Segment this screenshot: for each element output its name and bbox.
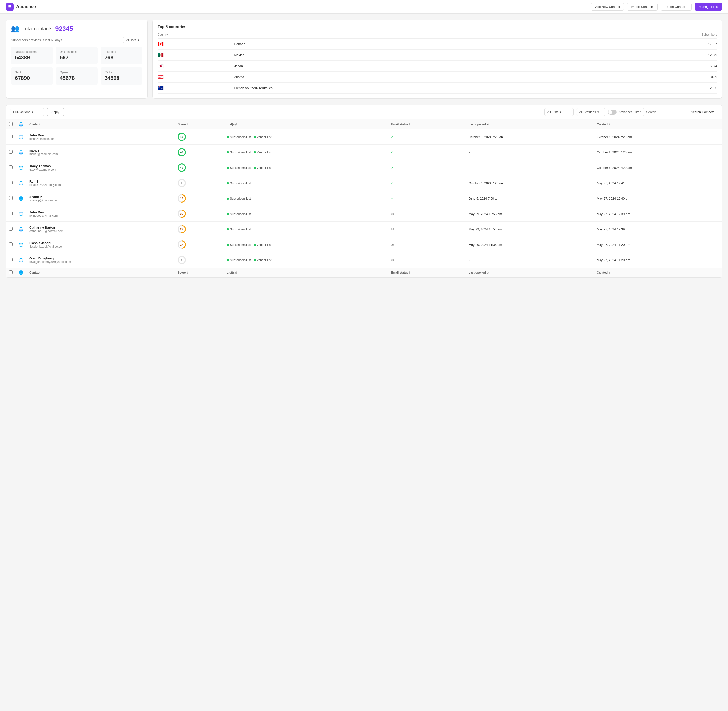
- row-checkbox[interactable]: [9, 227, 13, 231]
- list-dot-icon: [253, 136, 255, 138]
- row-contact-cell[interactable]: Catharine Barton catharine59@hotmail.com: [27, 221, 175, 237]
- search-contacts-button[interactable]: Search Contacts: [687, 109, 718, 115]
- footer-lists-info: ℹ: [236, 271, 237, 274]
- stat-card: Sent67890: [11, 67, 53, 85]
- row-last-opened-cell: May 29, 2024 11:35 am: [466, 237, 594, 252]
- all-statuses-filter[interactable]: All Statuses ▾: [576, 108, 606, 116]
- stat-card-value: 34598: [105, 75, 139, 81]
- row-contact-cell[interactable]: Ron S rosafi5740@crodity.com: [27, 176, 175, 191]
- score-circle: 2.4: [178, 240, 186, 249]
- stat-card: New subscribers54389: [11, 47, 53, 64]
- row-lists-cell: Subscribers List Vendor List: [224, 237, 388, 252]
- contacts-table-wrap: 🌐 Contact Scoreℹ List(s)ℹ Email statusℹ …: [6, 119, 722, 277]
- row-score-cell: 0: [175, 176, 224, 191]
- created-value: October 8, 2024 7:20 am: [597, 150, 632, 154]
- row-checkbox[interactable]: [9, 212, 13, 215]
- all-lists-filter[interactable]: All Lists ▾: [544, 108, 573, 116]
- row-checkbox[interactable]: [9, 242, 13, 246]
- row-checkbox-cell: [6, 237, 16, 252]
- score-value: 2.7: [178, 211, 185, 217]
- contact-name: Shane P: [29, 195, 172, 199]
- stat-card-label: New subscribers: [15, 50, 49, 53]
- contact-email: tracy@example.com: [29, 168, 172, 171]
- bulk-actions-dropdown[interactable]: Bulk actions ▾: [10, 108, 44, 116]
- score-circle: 0: [178, 256, 186, 264]
- row-contact-cell[interactable]: Flossie Jacobi flossie_jacobi@yahoo.com: [27, 237, 175, 252]
- total-contacts-row: 👥 Total contacts 92345: [11, 25, 142, 33]
- row-email-status-cell: ✉: [388, 221, 466, 237]
- row-checkbox[interactable]: [9, 181, 13, 184]
- row-last-opened-cell: May 29, 2024 10:55 am: [466, 206, 594, 221]
- add-contact-button[interactable]: Add New Contact: [591, 3, 624, 10]
- list-badge: Subscribers List: [227, 197, 251, 201]
- lists-info-icon: ℹ: [236, 123, 237, 126]
- footer-checkbox: [6, 268, 16, 277]
- row-globe-icon: 🌐: [19, 135, 24, 139]
- row-contact-cell[interactable]: Tracy Thomas tracy@example.com: [27, 160, 175, 176]
- row-globe-icon: 🌐: [19, 166, 24, 170]
- stat-card: Opens45678: [56, 67, 97, 85]
- row-contact-cell[interactable]: John Doe john@example.com: [27, 129, 175, 145]
- score-value: 2.4: [178, 241, 185, 248]
- all-lists-dropdown[interactable]: All lists ▾: [123, 37, 142, 43]
- select-all-checkbox[interactable]: [9, 122, 13, 126]
- row-contact-cell[interactable]: Orval Daugherty orval_daugherty39@yahoo.…: [27, 252, 175, 268]
- list-badge: Subscribers List: [227, 258, 251, 262]
- row-globe-icon: 🌐: [19, 227, 24, 232]
- score-circle: 0: [178, 179, 186, 187]
- created-value: May 27, 2024 11:20 am: [597, 258, 630, 262]
- contact-email: orval_daugherty39@yahoo.com: [29, 260, 172, 264]
- row-globe-cell: 🌐: [16, 221, 27, 237]
- stat-card-value: 45678: [60, 75, 94, 81]
- search-input[interactable]: [643, 109, 687, 115]
- row-contact-cell[interactable]: John Deo johndeo09@mail.com: [27, 206, 175, 221]
- apply-button[interactable]: Apply: [47, 108, 64, 116]
- list-name: Vendor List: [257, 258, 271, 262]
- advanced-filter-switch[interactable]: [608, 110, 617, 115]
- email-envelope-icon: ✉: [391, 212, 394, 216]
- list-name: Vendor List: [257, 243, 271, 246]
- row-globe-icon: 🌐: [19, 243, 24, 247]
- created-value: May 27, 2024 12:39 pm: [597, 212, 630, 216]
- export-contacts-button[interactable]: Export Contacts: [660, 3, 691, 10]
- contact-name: Orval Daugherty: [29, 257, 172, 260]
- advanced-filter-toggle[interactable]: Advanced Filter: [608, 110, 641, 115]
- email-check-icon: ✓: [391, 181, 394, 185]
- email-envelope-icon: ✉: [391, 258, 394, 262]
- row-checkbox[interactable]: [9, 150, 13, 154]
- row-created-cell: October 8, 2024 7:20 am: [594, 160, 722, 176]
- row-checkbox[interactable]: [9, 135, 13, 138]
- list-badge: Subscribers List: [227, 243, 251, 246]
- th-created: Created⇅: [594, 119, 722, 129]
- stat-card-label: Unsubscribed: [60, 50, 94, 53]
- footer-select-all[interactable]: [9, 270, 13, 274]
- contacts-icon: 👥: [11, 25, 19, 33]
- row-globe-cell: 🌐: [16, 206, 27, 221]
- table-row: 🌐 Mark T mark.t@example.com 4.0 Subscrib…: [6, 145, 722, 160]
- row-contact-cell[interactable]: Mark T mark.t@example.com: [27, 145, 175, 160]
- row-contact-cell[interactable]: Shane P shane.p@mailsend.org: [27, 191, 175, 206]
- import-contacts-button[interactable]: Import Contacts: [627, 3, 658, 10]
- chevron-down-icon: ▾: [137, 38, 139, 42]
- contact-email: johndeo09@mail.com: [29, 214, 172, 217]
- table-footer-row: 🌐 Contact Scoreℹ List(s)ℹ Email statusℹ …: [6, 268, 722, 277]
- row-score-cell: 2.7: [175, 206, 224, 221]
- row-last-opened-cell: May 29, 2024 10:54 am: [466, 221, 594, 237]
- row-checkbox[interactable]: [9, 196, 13, 200]
- list-dot-icon: [227, 167, 228, 169]
- row-created-cell: May 27, 2024 11:20 am: [594, 252, 722, 268]
- row-checkbox[interactable]: [9, 258, 13, 261]
- col-subscribers: Subscribers: [578, 33, 717, 38]
- contact-name: John Doe: [29, 133, 172, 137]
- row-checkbox-cell: [6, 160, 16, 176]
- footer-sort-icon[interactable]: ⇅: [609, 271, 610, 274]
- th-checkbox: [6, 119, 16, 129]
- row-score-cell: 2.4: [175, 237, 224, 252]
- created-value: May 27, 2024 11:20 am: [597, 243, 630, 246]
- row-checkbox[interactable]: [9, 165, 13, 169]
- manage-lists-button[interactable]: Manage Lists: [694, 3, 722, 10]
- sort-icon[interactable]: ⇅: [609, 123, 610, 126]
- score-value: 4.0: [178, 149, 185, 155]
- row-checkbox-cell: [6, 145, 16, 160]
- last-opened-value: -: [469, 166, 470, 170]
